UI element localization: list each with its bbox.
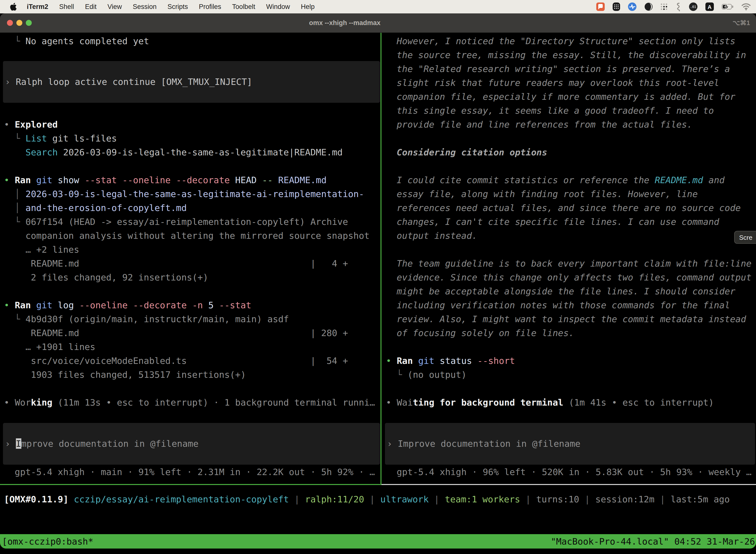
terminal-line: … +1901 lines: [4, 340, 380, 354]
right-prompt-input[interactable]: › Improve documentation in @filename: [385, 423, 755, 465]
text-segment: --stat: [219, 300, 251, 310]
terminal-line: The team guideline is to back every impo…: [386, 257, 756, 271]
screen-tooltip: Scre: [734, 231, 756, 244]
text-segment: Ralph loop active continue [OMX_TMUX_INJ…: [16, 76, 252, 87]
terminal-line: [4, 104, 380, 118]
text-segment: including verification notes with those …: [386, 300, 730, 310]
text-segment: ralph:11/20: [305, 494, 364, 504]
pane-divider-horizontal-right: [381, 484, 756, 485]
text-segment: output instead.: [386, 230, 477, 241]
terminal-line: changes, I can't cite specific file line…: [386, 215, 756, 229]
battery-icon[interactable]: [722, 4, 733, 9]
crescent-icon[interactable]: [644, 2, 653, 11]
percent-badge-icon[interactable]: ..61: [689, 2, 697, 11]
zoom-button[interactable]: [26, 20, 32, 26]
terminal-line: [4, 382, 380, 396]
text-segment: README.md: [655, 175, 703, 185]
menu-item-toolbelt[interactable]: Toolbelt: [232, 3, 255, 10]
text-segment: team:1 workers: [445, 494, 520, 504]
menu-item-profiles[interactable]: Profiles: [199, 3, 221, 10]
menu-item-view[interactable]: View: [107, 3, 122, 10]
text-segment: └: [4, 216, 25, 227]
text-segment: Ran: [15, 300, 31, 310]
text-segment: slight risk that future readers may over…: [386, 77, 719, 88]
ralph-loop-input-text: › Ralph loop active continue [OMX_TMUX_I…: [3, 75, 252, 89]
text-segment: (11m 13s • esc to interrupt) · 1 backgro…: [52, 397, 375, 407]
terminal-line: • Explored: [4, 118, 380, 131]
text-segment: status: [434, 355, 477, 366]
text-segment: and-the-erosion-of-copyleft.md: [25, 203, 187, 213]
text-segment: log: [52, 300, 79, 310]
text-segment: No agents completed yet: [25, 36, 149, 46]
text-segment: --stat --oneline --decorate: [84, 175, 230, 185]
text-segment: session:12m: [595, 494, 654, 504]
menu-item-edit[interactable]: Edit: [85, 3, 97, 10]
text-segment: (no output): [407, 369, 466, 380]
window-shortcut-badge: ⌥⌘1: [733, 19, 750, 26]
squiggle-icon[interactable]: [675, 2, 681, 11]
menu-item-scripts[interactable]: Scripts: [168, 3, 188, 10]
text-segment: |: [654, 494, 671, 504]
right-model-status: gpt-5.4 xhigh · 96% left · 520K in · 5.8…: [386, 465, 752, 479]
text-segment: Ran: [397, 355, 413, 366]
terminal-line: I could cite commit statistics or refere…: [386, 173, 756, 187]
text-segment: Improve documentation in @filename: [397, 438, 580, 449]
text-segment: However, I noticed the "Directory Struct…: [386, 36, 736, 46]
dots-grid-icon[interactable]: [661, 3, 667, 10]
text-segment: Explored: [15, 119, 58, 129]
apple-logo-icon[interactable]: [10, 2, 17, 11]
ralph-loop-input-box[interactable]: › Ralph loop active continue [OMX_TMUX_I…: [3, 61, 380, 103]
text-segment: might be acceptable alongside the file l…: [386, 286, 736, 296]
text-segment: and: [703, 175, 725, 185]
minimize-button[interactable]: [16, 20, 22, 26]
text-segment: 2026-03-09-is-legal-the-same-as-legitima…: [25, 189, 364, 199]
title-bar[interactable]: omx --xhigh --madmax ⌥⌘1: [0, 13, 756, 33]
terminal-line: [4, 159, 380, 173]
terminal-line: └ 067f154 (HEAD -> essay/ai-reimplementa…: [4, 215, 380, 229]
text-segment: •: [4, 300, 15, 310]
terminal-line: output instead.: [386, 229, 756, 243]
right-prompt-input-text: › Improve documentation in @filename: [385, 437, 580, 451]
battery-nub: [732, 5, 733, 8]
left-prompt-input[interactable]: › Improve documentation in @filename: [3, 423, 380, 465]
terminal-line: │ 2026-03-09-is-legal-the-same-as-legiti…: [4, 187, 380, 201]
letter-a-app-icon[interactable]: A: [705, 2, 714, 11]
text-segment: companion analysis without altering the …: [4, 230, 370, 241]
text-segment: └: [4, 314, 25, 324]
terminal-line: this single essay, it seems like a good …: [386, 104, 756, 118]
menu-item-shell[interactable]: Shell: [59, 3, 74, 10]
menu-item-window[interactable]: Window: [266, 3, 290, 10]
terminal-line: [386, 382, 756, 396]
screenshot-app-tail: [598, 7, 600, 9]
menu-item-iterm2[interactable]: iTerm2: [27, 3, 48, 10]
terminal-content: └ No agents completed yet• Explored └ Li…: [0, 33, 756, 534]
text-segment: (1m 41s • esc to interrupt): [563, 397, 714, 407]
text-segment: Wai: [397, 397, 413, 407]
blue-zap-icon[interactable]: [628, 2, 636, 11]
text-segment: │: [4, 189, 25, 199]
close-button[interactable]: [7, 20, 13, 26]
screenshot-app-icon[interactable]: [596, 2, 605, 11]
terminal-line: provide file and line references from th…: [386, 118, 756, 131]
text-segment: README.md: [278, 175, 327, 185]
left-prompt-input-text: › Improve documentation in @filename: [3, 437, 198, 451]
terminal-line: 1903 files changed, 513517 insertions(+): [4, 368, 380, 382]
menu-item-session[interactable]: Session: [133, 3, 156, 10]
text-segment: [68, 494, 74, 504]
terminal-line: src/voice/voiceModeEnabled.ts | 54 +: [4, 354, 380, 368]
text-segment: ›: [5, 76, 16, 87]
text-segment: review. Also, I might want to inspect th…: [386, 314, 746, 324]
text-segment: --oneline --decorate: [79, 300, 187, 310]
terminal-line: README.md | 280 +: [4, 326, 380, 340]
text-segment: Wor: [15, 397, 31, 407]
terminal-line: references need actual files, and since …: [386, 201, 756, 215]
terminal-line: essay file, along with finding root file…: [386, 187, 756, 201]
pane-divider-vertical[interactable]: [380, 33, 381, 485]
terminal-window: omx --xhigh --madmax ⌥⌘1 └ No agents com…: [0, 13, 756, 549]
right-pane[interactable]: However, I noticed the "Directory Struct…: [382, 34, 756, 409]
menu-item-help[interactable]: Help: [301, 3, 315, 10]
text-segment: … +1901 lines: [4, 341, 95, 352]
keypad-grid-icon[interactable]: [613, 2, 620, 11]
wifi-icon[interactable]: [741, 3, 751, 10]
terminal-line: └ No agents completed yet: [4, 34, 380, 48]
